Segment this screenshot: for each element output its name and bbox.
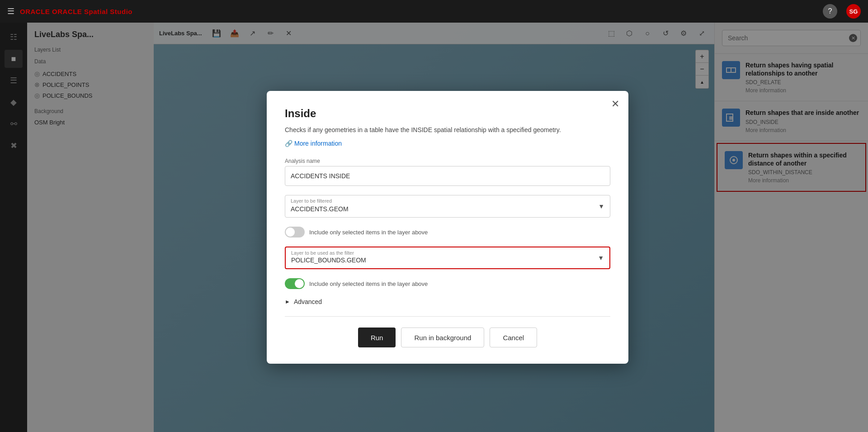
modal-close-button[interactable]: ✕ (611, 98, 619, 110)
layer-filter-group: Layer to be filtered ACCIDENTS.GEOM ▼ (285, 195, 610, 218)
top-bar: ☰ ORACLE ORACLE Spatial Studio ? SG (0, 0, 868, 23)
toggle2-row: Include only selected items in the layer… (285, 278, 610, 289)
filter-layer-select[interactable]: Layer to be used as the filter POLICE_BO… (285, 247, 610, 269)
analysis-name-label: Analysis name (285, 158, 610, 164)
filter-layer-select-wrapper: Layer to be used as the filter POLICE_BO… (285, 247, 610, 269)
layer-filter-select-wrapper: Layer to be filtered ACCIDENTS.GEOM ▼ (285, 195, 610, 218)
toggle1-label: Include only selected items in the layer… (309, 229, 428, 236)
modal-more-link[interactable]: 🔗 More information (285, 140, 342, 147)
modal-wrapper: ✕ Inside Checks if any geometries in a t… (27, 23, 868, 432)
modal-description: Checks if any geometries in a table have… (285, 125, 610, 135)
toggle1[interactable] (285, 227, 305, 237)
layer-filter-chevron-icon: ▼ (598, 203, 604, 210)
modal-title: Inside (285, 107, 610, 120)
modal-footer: Run Run in background Cancel (285, 328, 610, 347)
run-background-button[interactable]: Run in background (401, 328, 484, 347)
filter-layer-group: Layer to be used as the filter POLICE_BO… (285, 247, 610, 269)
advanced-label: Advanced (294, 298, 322, 305)
toggle1-knob (286, 228, 295, 237)
toggle1-row: Include only selected items in the layer… (285, 227, 610, 237)
layer-filter-select[interactable]: Layer to be filtered ACCIDENTS.GEOM ▼ (285, 195, 610, 218)
filter-layer-chevron-icon: ▼ (598, 254, 604, 261)
run-button[interactable]: Run (358, 328, 396, 347)
link-icon: 🔗 (285, 140, 292, 147)
analysis-name-group: Analysis name (285, 158, 610, 186)
help-icon[interactable]: ? (823, 4, 837, 19)
advanced-row[interactable]: ► Advanced (285, 298, 610, 305)
menu-icon[interactable]: ☰ (7, 6, 14, 16)
user-avatar[interactable]: SG (846, 4, 861, 19)
modal-divider (285, 316, 610, 317)
modal-inside: ✕ Inside Checks if any geometries in a t… (267, 91, 628, 364)
toggle2-knob (295, 279, 304, 288)
app-logo: ORACLE ORACLE Spatial Studio (20, 8, 132, 15)
toggle2-label: Include only selected items in the layer… (309, 280, 428, 287)
toggle2[interactable] (285, 278, 305, 289)
analysis-name-input[interactable] (285, 166, 610, 186)
layer-filter-label: Layer to be filtered (291, 198, 332, 204)
layer-filter-value: ACCIDENTS.GEOM (291, 205, 349, 213)
cancel-button[interactable]: Cancel (490, 328, 537, 347)
filter-layer-label: Layer to be used as the filter (291, 250, 354, 256)
filter-layer-value: POLICE_BOUNDS.GEOM (291, 256, 366, 264)
advanced-chevron-icon: ► (285, 299, 290, 305)
